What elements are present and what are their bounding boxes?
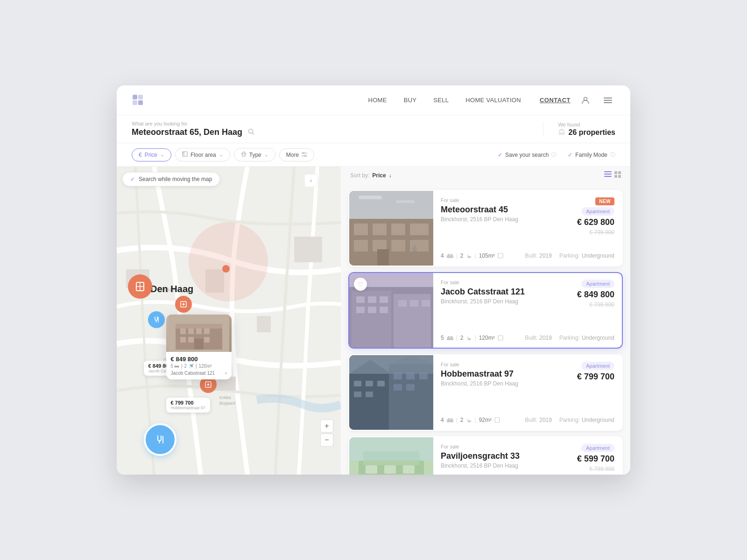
- parking-value-0: Underground: [582, 252, 614, 259]
- card-price-3: € 599 700: [577, 454, 614, 464]
- card-price-2: € 799 700: [577, 372, 614, 382]
- property-card-0[interactable]: For sale Meteoorstraat 45 Binckhorst, 25…: [348, 190, 623, 266]
- logo[interactable]: [132, 94, 145, 107]
- svg-rect-124: [384, 465, 396, 474]
- search-while-moving[interactable]: ✓ Search while moving the map: [122, 172, 220, 186]
- card-address-2: Binckhorst, 2516 BP Den Haag: [441, 380, 518, 387]
- card-body-1: For sale Jacob Catsstraat 121 Binckhorst…: [433, 273, 622, 348]
- map-controls: + −: [320, 420, 333, 447]
- popup-address[interactable]: Jacob Catsstraat 121 ›: [171, 371, 227, 376]
- nav-home[interactable]: HOME: [368, 97, 387, 104]
- grid-view-button[interactable]: [614, 171, 621, 180]
- svg-rect-22: [294, 237, 322, 262]
- filter-type[interactable]: Type ⌄: [234, 148, 275, 161]
- map-price-pin2[interactable]: € 799 700 Hobbemastraat 97: [166, 398, 210, 413]
- svg-rect-12: [242, 154, 245, 156]
- property-card-3[interactable]: For sale Paviljoensgracht 33 Binckhorst,…: [348, 436, 623, 475]
- svg-rect-113: [451, 418, 452, 420]
- svg-rect-7: [604, 102, 612, 103]
- app-window: HOME BUY SELL HOME VALUATION CONTACT Wha…: [117, 85, 630, 475]
- card-title-3: Paviljoensgracht 33: [441, 451, 520, 461]
- listing-panel: Sort by: Price ↓: [341, 167, 630, 475]
- menu-button[interactable]: [600, 93, 615, 108]
- svg-rect-86: [398, 300, 407, 307]
- favorite-button-1[interactable]: ♡: [354, 278, 367, 291]
- sort-arrow-icon[interactable]: ↓: [389, 172, 392, 179]
- map-marker-saved[interactable]: [128, 274, 152, 299]
- svg-rect-58: [354, 224, 368, 235]
- card-status-0: For sale: [441, 197, 518, 203]
- map-collapse-button[interactable]: ‹: [304, 174, 317, 187]
- svg-rect-46: [188, 337, 194, 343]
- card-features-1: 5 | 2 | 120m²: [441, 335, 503, 341]
- svg-rect-108: [394, 384, 402, 391]
- euro-icon: €: [139, 152, 142, 158]
- parking-label-2: Parking:: [559, 417, 580, 423]
- built-label-2: Built:: [525, 417, 538, 423]
- property-card-2[interactable]: For sale Hobbemastraat 97 Binckhorst, 25…: [348, 354, 623, 431]
- list-view-button[interactable]: [604, 171, 612, 180]
- svg-rect-109: [406, 384, 415, 391]
- svg-rect-69: [396, 200, 415, 203]
- sliders-icon: [302, 152, 307, 158]
- nav-sell[interactable]: SELL: [433, 97, 449, 104]
- svg-rect-52: [614, 171, 617, 174]
- filter-more[interactable]: More: [279, 148, 314, 161]
- svg-rect-101: [366, 381, 373, 386]
- search-button[interactable]: [248, 128, 254, 136]
- svg-rect-0: [133, 95, 137, 99]
- rooms-2: 4: [441, 417, 444, 423]
- svg-rect-80: [356, 296, 365, 303]
- map-marker-orange1[interactable]: [175, 296, 192, 313]
- type-badge-0: Apartment: [581, 207, 614, 216]
- nav-right: CONTACT: [540, 93, 615, 108]
- built-label-1: Built:: [525, 335, 538, 341]
- zoom-out-button[interactable]: −: [320, 434, 333, 447]
- map-popup-card[interactable]: € 849 800 5 🛏|2 🚿| 120m² Jacob Catsstraa…: [166, 315, 232, 379]
- filter-floor-area[interactable]: Floor area ⌄: [175, 148, 230, 161]
- sort-value[interactable]: Price: [372, 172, 386, 179]
- svg-rect-87: [410, 300, 418, 307]
- search-for-label: What are you looking for: [132, 121, 528, 126]
- svg-point-16: [305, 155, 306, 156]
- parking-label-1: Parking:: [559, 335, 580, 341]
- building-icon: [558, 128, 565, 136]
- svg-rect-92: [451, 336, 452, 338]
- floor-icon: [182, 151, 188, 158]
- svg-rect-88: [422, 300, 430, 307]
- map-marker-restaurant-lg[interactable]: [144, 423, 176, 456]
- svg-rect-105: [394, 373, 402, 379]
- popup-body: € 849 800 5 🛏|2 🚿| 120m² Jacob Catsstraa…: [166, 352, 232, 379]
- nav-links: HOME BUY SELL HOME VALUATION: [368, 97, 521, 104]
- zoom-in-button[interactable]: +: [320, 420, 333, 433]
- map-panel[interactable]: Kokke Bogaard Binckhorst Den Haag: [117, 167, 341, 475]
- contact-link[interactable]: CONTACT: [540, 97, 571, 104]
- svg-rect-82: [380, 296, 388, 303]
- card-address-3: Binckhorst, 2516 BP Den Haag: [441, 462, 520, 469]
- area-0: 105m²: [479, 252, 495, 259]
- svg-rect-126: [349, 437, 433, 461]
- built-value-1: 2019: [539, 335, 552, 341]
- family-check-icon: ✓: [568, 152, 572, 158]
- nav-buy[interactable]: BUY: [404, 97, 417, 104]
- card-title-0: Meteoorstraat 45: [441, 205, 518, 215]
- svg-rect-43: [196, 329, 202, 334]
- card-price-old-0: € 799 900: [590, 229, 614, 236]
- card-meta-1: Built: 2019 Parking: Underground: [525, 335, 614, 341]
- property-card-1[interactable]: ♡ For sale Jacob Catsstraat 121 Binckhor…: [348, 272, 623, 349]
- card-meta-0: Built: 2019 Parking: Underground: [525, 252, 614, 259]
- type-badge-3: Apartment: [581, 444, 614, 452]
- popup-details: 5 🛏|2 🚿| 120m²: [171, 364, 227, 369]
- svg-point-15: [303, 152, 304, 154]
- svg-rect-91: [448, 336, 450, 338]
- svg-rect-72: [448, 254, 450, 256]
- svg-rect-67: [349, 191, 433, 219]
- type-badge-2: Apartment: [581, 362, 614, 370]
- user-icon-button[interactable]: [578, 93, 593, 108]
- nav-valuation[interactable]: HOME VALUATION: [465, 97, 521, 104]
- filter-type-label: Type: [249, 152, 261, 158]
- filter-price[interactable]: € Price ⌄: [132, 148, 171, 161]
- area-1: 120m²: [479, 335, 495, 341]
- svg-rect-106: [406, 373, 415, 379]
- navbar: HOME BUY SELL HOME VALUATION CONTACT: [117, 85, 630, 115]
